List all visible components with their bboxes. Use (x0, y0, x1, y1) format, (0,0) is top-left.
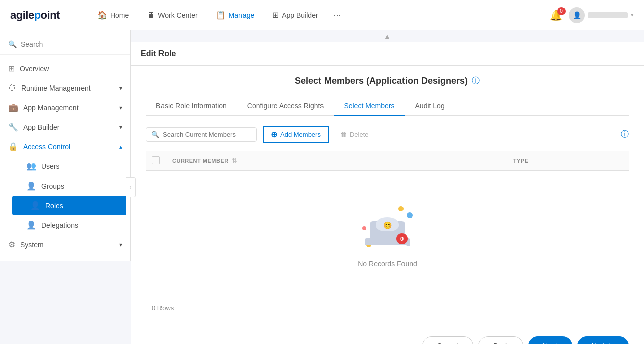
chevron-down-icon: ▾ (631, 12, 634, 18)
chevron-down-icon: ▾ (119, 124, 122, 131)
nav-workcenter-label: Work Center (158, 11, 197, 19)
zero-badge: 0 (396, 233, 408, 244)
collapse-top-button[interactable]: ▲ (131, 30, 644, 42)
app-body: 🔍 ⊞ Overview ⏱ Runtime Management ▾ 💼 Ap… (0, 30, 644, 344)
nav-item-manage[interactable]: 📋 Manage (209, 6, 262, 24)
plus-circle-icon: ⊕ (271, 130, 277, 139)
nav-appbuilder-label: App Builder (282, 11, 318, 19)
access-control-subitems: 👥 Users 👤 Groups 👤 Roles 👤 Delegations (0, 156, 130, 235)
sidebar-item-groups[interactable]: 👤 Groups (8, 176, 130, 196)
chevron-down-icon: ▾ (119, 241, 122, 248)
table-header-checkbox (146, 151, 166, 171)
search-members-input[interactable] (163, 131, 247, 138)
sidebar-collapse-button[interactable]: ‹ (126, 177, 136, 197)
update-button[interactable]: Update (577, 336, 629, 344)
sidebar-item-label: Runtime Management (21, 84, 91, 92)
edit-role-header: Edit Role (131, 42, 644, 66)
more-options-button[interactable]: ··· (330, 8, 345, 22)
search-icon: 🔍 (8, 40, 17, 48)
chevron-up-icon: ▴ (119, 143, 122, 150)
chevron-down-icon: ▾ (119, 104, 122, 111)
notification-badge: 0 (557, 7, 566, 15)
tab-bar: Basic Role Information Configure Access … (146, 97, 629, 116)
no-records-message: No Records Found (358, 260, 417, 268)
sidebar-item-label: Groups (41, 182, 64, 190)
nav-item-workcenter[interactable]: 🖥 Work Center (140, 7, 204, 24)
select-all-checkbox[interactable] (152, 156, 160, 164)
sidebar-item-appbuilder[interactable]: 🔧 App Builder ▾ (0, 117, 130, 137)
smile-icon: 😊 (383, 221, 392, 229)
dot-red (362, 226, 366, 230)
sidebar-item-label: Users (41, 162, 60, 170)
sidebar-item-delegations[interactable]: 👤 Delegations (8, 215, 130, 235)
add-members-button[interactable]: ⊕ Add Members (263, 126, 329, 143)
appmanagement-icon: 💼 (8, 103, 18, 112)
page-title: Select Members (Application Designers) (295, 76, 468, 87)
sidebar-wrapper: 🔍 ⊞ Overview ⏱ Runtime Management ▾ 💼 Ap… (0, 30, 131, 344)
sidebar-item-appmanagement[interactable]: 💼 App Management ▾ (0, 98, 130, 117)
sidebar-item-label: Overview (20, 65, 49, 73)
chevron-left-icon: ‹ (130, 184, 132, 191)
sort-icon[interactable]: ⇅ (232, 157, 237, 164)
edit-role-title: Edit Role (141, 49, 176, 58)
nav-manage-label: Manage (229, 11, 255, 19)
search-input[interactable] (21, 40, 122, 48)
sidebar-item-system[interactable]: ⚙ System ▾ (0, 235, 130, 254)
members-table: Current Member ⇅ Type (146, 151, 629, 298)
edit-role-panel: Edit Role Select Members (Application De… (131, 42, 644, 344)
nav-right: 🔔 0 👤 ▾ (550, 7, 634, 23)
trash-icon: 🗑 (340, 131, 347, 138)
delegations-icon: 👤 (26, 220, 36, 230)
chevron-down-icon: ▾ (119, 84, 122, 92)
sidebar-item-accesscontrol[interactable]: 🔒 Access Control ▴ (0, 137, 130, 156)
cancel-button[interactable]: Cancel (422, 336, 473, 344)
avatar-icon: 👤 (573, 11, 581, 19)
lock-icon: 🔒 (8, 142, 18, 151)
top-navigation: agilepoint 🏠 Home 🖥 Work Center 📋 Manage… (0, 0, 644, 30)
info-icon[interactable]: ⓘ (472, 76, 480, 87)
toolbar-info-icon[interactable]: ⓘ (621, 129, 629, 140)
sidebar-item-roles[interactable]: 👤 Roles (12, 196, 126, 215)
tab-configure-access[interactable]: Configure Access Rights (237, 97, 334, 116)
sidebar-search-area: 🔍 (0, 36, 130, 55)
nav-item-home[interactable]: 🏠 Home (90, 6, 136, 24)
avatar-circle: 👤 (569, 7, 585, 23)
rows-count: 0 Rows (146, 298, 629, 318)
notifications-bell[interactable]: 🔔 0 (550, 9, 562, 21)
main-content: ▲ Edit Role Select Members (Application … (131, 30, 644, 344)
sidebar-item-label: Roles (45, 202, 63, 210)
tab-basic-role-info[interactable]: Basic Role Information (146, 97, 237, 116)
runtime-icon: ⏱ (8, 83, 16, 93)
face-shape: 😊 (376, 217, 399, 231)
sidebar: 🔍 ⊞ Overview ⏱ Runtime Management ▾ 💼 Ap… (0, 30, 131, 261)
footer-actions: Cancel Back Next Update (131, 328, 644, 344)
roles-icon: 👤 (30, 201, 40, 210)
appbuilder-icon: ⊞ (272, 10, 279, 20)
system-icon: ⚙ (8, 240, 15, 249)
back-button[interactable]: Back (478, 336, 523, 344)
sidebar-item-runtime[interactable]: ⏱ Runtime Management ▾ (0, 78, 130, 98)
tab-select-members[interactable]: Select Members (334, 97, 405, 116)
tab-audit-log[interactable]: Audit Log (405, 97, 455, 116)
sidebar-item-users[interactable]: 👥 Users (8, 156, 130, 176)
sidebar-item-label: Access Control (23, 143, 70, 151)
table-header-type: Type (507, 151, 629, 171)
search-icon: 🔍 (151, 131, 159, 138)
sidebar-item-overview[interactable]: ⊞ Overview (0, 59, 130, 78)
nav-item-appbuilder[interactable]: ⊞ App Builder (265, 6, 325, 24)
manage-icon: 📋 (216, 10, 226, 20)
dot-yellow (398, 206, 404, 211)
logo: agilepoint (10, 9, 60, 22)
dot-blue (407, 212, 413, 218)
users-icon: 👥 (26, 161, 36, 171)
panel-body: Select Members (Application Designers) ⓘ… (131, 66, 644, 328)
sidebar-item-label: App Builder (23, 123, 59, 131)
appbuilder-sidebar-icon: 🔧 (8, 122, 18, 132)
chevron-up-icon: ▲ (384, 32, 391, 40)
logo-text: agilepoint (10, 9, 60, 22)
toolbar: 🔍 ⊕ Add Members 🗑 Delete ⓘ (146, 126, 629, 143)
delete-button[interactable]: 🗑 Delete (335, 128, 374, 141)
user-avatar[interactable]: 👤 ▾ (569, 7, 634, 23)
sidebar-item-label: Delegations (41, 221, 78, 229)
next-button[interactable]: Next (528, 336, 572, 344)
